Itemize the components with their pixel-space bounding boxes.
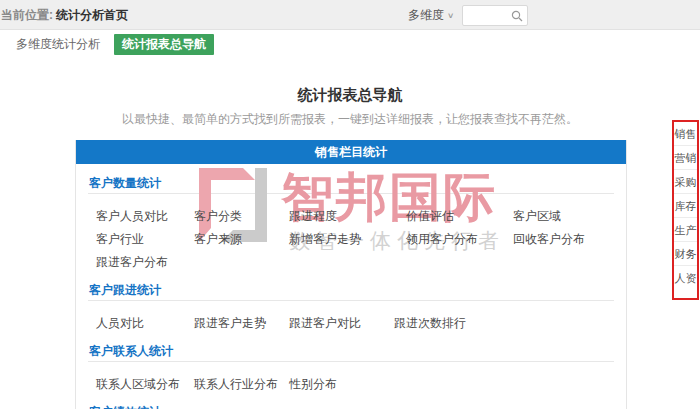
- report-link[interactable]: 客户行业: [96, 231, 144, 248]
- report-link[interactable]: 客户分类: [194, 208, 242, 225]
- report-link-row: 跟进客户分布: [76, 251, 626, 274]
- category-anchor-nav: 销售营销采购库存生产财务人资: [672, 120, 699, 300]
- side-nav-item[interactable]: 采购: [674, 170, 697, 194]
- report-link[interactable]: 价值评估: [406, 208, 454, 225]
- report-link-row: 人员对比跟进客户走势跟进客户对比跟进次数排行: [76, 312, 626, 335]
- section-title: 客户数量统计: [76, 175, 626, 191]
- side-nav-item[interactable]: 生产: [674, 218, 697, 242]
- report-link[interactable]: 新增客户走势: [289, 231, 361, 248]
- breadcrumb-label: 当前位置:: [1, 8, 53, 22]
- section-title: 客户跟进统计: [76, 282, 626, 298]
- report-link[interactable]: 联系人行业分布: [194, 376, 278, 393]
- report-link[interactable]: 跟进客户对比: [289, 315, 361, 332]
- chevron-down-icon: ∨: [447, 11, 454, 20]
- report-link[interactable]: 跟进客户走势: [194, 315, 266, 332]
- search-box: [462, 5, 528, 26]
- section-title: 客户联系人统计: [76, 343, 626, 359]
- report-link-row: 客户人员对比客户分类跟进程度价值评估客户区域: [76, 205, 626, 228]
- report-link-row: 客户行业客户来源新增客户走势领用客户分布回收客户分布: [76, 228, 626, 251]
- top-bar: 当前位置:统计分析首页 多维度 ∨: [0, 0, 700, 30]
- report-link[interactable]: 领用客户分布: [406, 231, 478, 248]
- report-link[interactable]: 人员对比: [96, 315, 144, 332]
- search-input[interactable]: [466, 6, 510, 25]
- dimension-dropdown-label: 多维度: [408, 7, 444, 24]
- page-title: 统计报表总导航: [0, 86, 700, 105]
- report-link[interactable]: 客户来源: [194, 231, 242, 248]
- report-link[interactable]: 回收客户分布: [513, 231, 585, 248]
- side-nav-item[interactable]: 库存: [674, 194, 697, 218]
- panel-body: 客户数量统计客户人员对比客户分类跟进程度价值评估客户区域客户行业客户来源新增客户…: [76, 164, 626, 409]
- page-subtitle: 以最快捷、最简单的方式找到所需报表，一键到达详细报表，让您报表查找不再茫然。: [0, 111, 700, 128]
- tab-bar: 多维度统计分析 统计报表总导航: [10, 34, 214, 55]
- side-nav-item[interactable]: 营销: [674, 146, 697, 170]
- report-link[interactable]: 性别分布: [289, 376, 337, 393]
- report-link[interactable]: 跟进程度: [289, 208, 337, 225]
- report-link-row: 联系人区域分布联系人行业分布性别分布: [76, 373, 626, 396]
- report-link[interactable]: 客户区域: [513, 208, 561, 225]
- report-link[interactable]: 跟进次数排行: [394, 315, 466, 332]
- report-link[interactable]: 客户人员对比: [96, 208, 168, 225]
- side-nav-item[interactable]: 人资: [674, 266, 697, 290]
- sales-section-panel: 销售栏目统计 客户数量统计客户人员对比客户分类跟进程度价值评估客户区域客户行业客…: [75, 140, 627, 409]
- statistics-analysis-page: 当前位置:统计分析首页 多维度 ∨ 多维度统计分析 统计报表总导航 统计报表总导…: [0, 0, 700, 409]
- section-title: 客户绩效统计: [76, 404, 626, 409]
- breadcrumb-value: 统计分析首页: [56, 8, 128, 22]
- search-icon[interactable]: [511, 10, 523, 22]
- side-nav-item[interactable]: 财务: [674, 242, 697, 266]
- dimension-dropdown[interactable]: 多维度 ∨: [408, 7, 454, 24]
- tab-report-navigation[interactable]: 统计报表总导航: [114, 34, 214, 55]
- breadcrumb: 当前位置:统计分析首页: [1, 0, 128, 30]
- panel-header: 销售栏目统计: [76, 140, 626, 164]
- report-link[interactable]: 跟进客户分布: [96, 254, 168, 271]
- report-link[interactable]: 联系人区域分布: [96, 376, 180, 393]
- tab-multidimension-analysis[interactable]: 多维度统计分析: [10, 34, 106, 55]
- side-nav-item[interactable]: 销售: [674, 122, 697, 146]
